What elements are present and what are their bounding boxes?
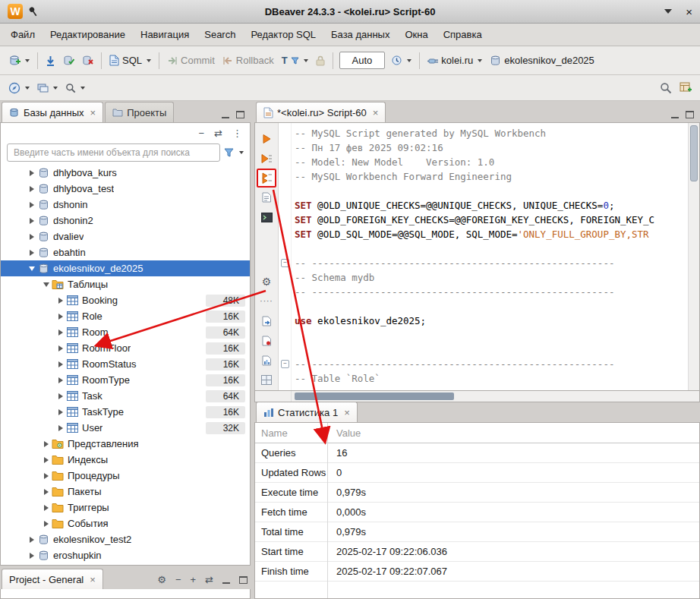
expand-arrow-icon[interactable] [41, 519, 51, 528]
open-console-button[interactable] [257, 207, 276, 227]
stats-row[interactable]: Total time0,979s [255, 522, 699, 542]
layout-button[interactable] [257, 370, 276, 390]
commit-button[interactable]: Commit [163, 52, 219, 68]
execute-script-button[interactable] [257, 169, 276, 188]
minimize-view-icon[interactable] [671, 111, 679, 118]
expand-arrow-icon[interactable] [27, 247, 36, 257]
tree-node-node-7[interactable]: Таблицы [1, 276, 250, 292]
tree-node-roomtype[interactable]: RoomType16K [1, 372, 250, 388]
expand-arrow-icon[interactable] [55, 343, 65, 353]
view-menu-icon[interactable]: ⋮ [232, 128, 242, 139]
pending-transactions-button[interactable] [312, 53, 329, 68]
export-result-button[interactable] [257, 311, 276, 331]
tree-node-tasktype[interactable]: TaskType16K [1, 404, 250, 420]
expand-arrow-icon[interactable] [55, 407, 65, 417]
editor-horizontal-scrollbar[interactable] [292, 391, 699, 402]
search-menu-button[interactable] [61, 80, 89, 96]
collapse-all-icon[interactable]: − [175, 574, 181, 585]
shade-window-icon[interactable] [664, 9, 672, 14]
tab-sql-script[interactable]: *<kolei.ru> Script-60 × [256, 102, 386, 122]
fold-marker-icon[interactable]: − [281, 259, 289, 267]
tree-node-dvaliev[interactable]: dvaliev [1, 229, 250, 244]
tree-node-ebahtin[interactable]: ebahtin [1, 244, 250, 260]
filter-caret-icon[interactable] [239, 151, 244, 154]
tree-node-node-19[interactable]: Процедуры [1, 468, 250, 484]
transaction-log-button[interactable]: T [278, 52, 312, 68]
expand-arrow-icon[interactable] [27, 200, 36, 210]
tab-statistics[interactable]: Статистика 1 × [256, 402, 358, 422]
minimize-view-icon[interactable] [222, 111, 229, 118]
tree-node-roomfloor[interactable]: RoomFloor16K [1, 340, 250, 356]
tree-node-node-20[interactable]: Пакеты [1, 484, 250, 500]
save-script-button[interactable] [257, 331, 276, 351]
expand-arrow-icon[interactable] [55, 311, 65, 321]
link-with-editor-icon[interactable]: ⇄ [205, 574, 213, 585]
transaction-timeout-button[interactable] [387, 52, 415, 68]
expand-arrow-icon[interactable] [41, 471, 51, 481]
tree-node-role[interactable]: Role16K [1, 308, 250, 324]
editor-vertical-scrollbar[interactable] [688, 123, 699, 390]
expand-arrow-icon[interactable] [55, 423, 65, 433]
tree-node-node-17[interactable]: Представления [1, 436, 250, 452]
tree-node-dhlybova-test[interactable]: dhlybova_test [1, 181, 250, 197]
expand-arrow-icon[interactable] [55, 295, 65, 305]
expand-arrow-icon[interactable] [41, 487, 51, 497]
expand-all-icon[interactable]: + [191, 574, 197, 585]
menu-item-4[interactable]: Редактор SQL [243, 26, 323, 43]
commit-mode-combo[interactable]: Auto [339, 52, 386, 69]
menu-item-1[interactable]: Редактирование [43, 26, 133, 43]
menu-item-7[interactable]: Справка [436, 26, 490, 43]
close-tab-icon[interactable]: × [373, 108, 379, 118]
expand-arrow-icon[interactable] [55, 375, 65, 385]
tree-node-eroshupkin[interactable]: eroshupkin [1, 547, 250, 563]
tree-node-room[interactable]: Room64K [1, 324, 250, 340]
tree-node-user[interactable]: User32K [1, 420, 250, 436]
link-with-editor-icon[interactable]: ⇄ [214, 128, 222, 139]
tree-node-node-22[interactable]: События [1, 515, 250, 531]
connect-button[interactable] [42, 53, 59, 68]
close-tab-icon[interactable]: × [90, 575, 96, 585]
maximize-view-icon[interactable] [236, 111, 244, 118]
maximize-view-icon[interactable] [239, 576, 248, 584]
collapse-arrow-icon[interactable] [27, 263, 36, 273]
menu-item-6[interactable]: Окна [397, 26, 435, 43]
scrollbar-thumb[interactable] [690, 125, 698, 181]
quick-search-button[interactable] [656, 80, 676, 96]
execute-statement-button[interactable] [257, 129, 276, 149]
stats-row[interactable]: Finish time2025-02-17 09:22:07.067 [255, 562, 699, 582]
close-tab-icon[interactable]: × [344, 408, 350, 418]
fold-marker-icon[interactable]: − [281, 360, 289, 368]
object-search-input[interactable] [7, 143, 220, 162]
expand-arrow-icon[interactable] [27, 232, 36, 241]
more-actions-button[interactable]: ···· [257, 292, 276, 311]
stats-row[interactable]: Fetch time0,000s [255, 503, 699, 522]
connection-selector[interactable]: kolei.ru [424, 52, 486, 68]
rollback-button[interactable]: Rollback [219, 52, 278, 68]
expand-arrow-icon[interactable] [55, 359, 65, 369]
pin-icon[interactable] [27, 4, 40, 18]
expand-arrow-icon[interactable] [27, 216, 36, 225]
collapse-all-icon[interactable]: − [199, 128, 205, 139]
minimize-view-icon[interactable] [222, 576, 230, 584]
sql-editor-content[interactable]: -- MySQL Script generated by MySQL Workb… [292, 123, 688, 390]
new-connection-button[interactable] [5, 52, 33, 68]
editor-settings-button[interactable]: ⚙ [257, 272, 276, 292]
tree-node-dshonin[interactable]: dshonin [1, 197, 250, 213]
tree-node-dhlybova-kurs[interactable]: dhlybova_kurs [1, 165, 250, 181]
stats-row[interactable]: Execute time0,979s [255, 483, 699, 503]
expand-arrow-icon[interactable] [27, 534, 36, 544]
disconnect-button[interactable] [78, 52, 97, 68]
tree-node-task[interactable]: Task64K [1, 388, 250, 404]
tree-node-ekolesnikov-de2025[interactable]: ekolesnikov_de2025 [1, 260, 250, 276]
layers-button[interactable] [33, 80, 61, 96]
tree-node-dshonin2[interactable]: dshonin2 [1, 213, 250, 229]
tree-node-roomstatus[interactable]: RoomStatus16K [1, 356, 250, 372]
collapse-arrow-icon[interactable] [41, 279, 51, 289]
expand-arrow-icon[interactable] [41, 455, 51, 465]
titlebar[interactable]: W DBeaver 24.3.3 - <kolei.ru> Script-60 … [0, 0, 700, 24]
scrollbar-thumb[interactable] [295, 393, 454, 400]
menu-item-0[interactable]: Файл [3, 26, 43, 43]
gear-icon[interactable]: ⚙ [157, 574, 166, 585]
maximize-view-icon[interactable] [686, 111, 694, 118]
expand-arrow-icon[interactable] [27, 550, 36, 560]
